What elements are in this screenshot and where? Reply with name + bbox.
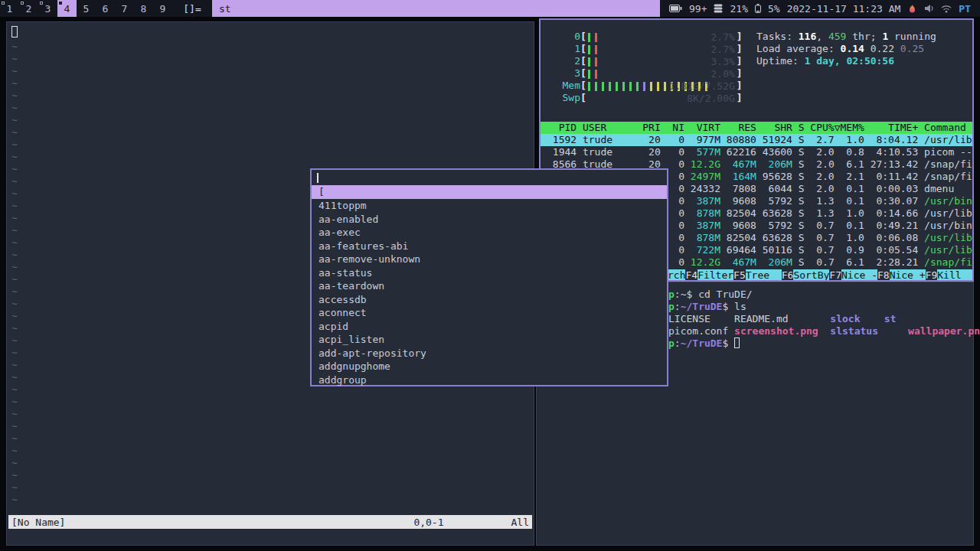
htop-fnbar: rchF4FilterF5Tree F6SortByF7Nice -F8Nice… (668, 269, 974, 281)
vim-cursor (11, 26, 18, 37)
tag-client-indicator (40, 2, 43, 5)
battery2-value: 5% (768, 3, 780, 15)
workspace-tag-4[interactable]: 4 (57, 0, 77, 17)
status-modules: 99+ 21% 5% 2022-11-17 11:23 AM PT (660, 0, 980, 17)
keyboard-layout[interactable]: PT (959, 3, 971, 15)
htop-fnkey[interactable]: F7 (829, 269, 841, 281)
workspace-tag-3[interactable]: 3 (38, 0, 57, 17)
htop-fnkey[interactable]: Nice - (841, 269, 877, 281)
disk-icon (714, 4, 723, 13)
workspace-tag-6[interactable]: 6 (96, 0, 115, 17)
dmenu-selected-item[interactable]: [ (312, 185, 667, 199)
vim-scroll-indicator: All (511, 517, 529, 528)
vim-statusline: [No Name] 0,0-1 All (8, 515, 532, 529)
dmenu-item[interactable]: aa-features-abi (312, 240, 667, 253)
vim-filename: [No Name] (11, 517, 65, 528)
htop-fnkey[interactable]: F6 (782, 269, 794, 281)
dmenu-item[interactable]: aconnect (312, 306, 667, 320)
terminal-output: p:~$ cd TruDE/p:~/TruDE$ lsLICENSE READM… (668, 289, 980, 350)
workspace-tag-8[interactable]: 8 (134, 0, 153, 17)
htop-summary: Tasks: 116, 459 thr; 1 runningLoad avera… (756, 31, 936, 67)
dmenu-item[interactable]: aa-teardown (312, 279, 667, 293)
datetime: 2022-11-17 11:23 AM (787, 3, 901, 15)
htop-fnkey[interactable]: Kill (937, 269, 973, 281)
htop-fnkey[interactable]: Nice + (890, 269, 926, 281)
htop-table-header[interactable]: PID USER PRI NI VIRT RES SHR S CPU%▽MEM%… (541, 122, 972, 134)
vim-cursor-position: 0,0-1 (413, 517, 443, 528)
dmenu-launcher[interactable]: [ 411toppmaa-enabledaa-execaa-features-a… (310, 168, 668, 386)
dmenu-input[interactable] (312, 170, 667, 185)
window-title-text: st (219, 3, 231, 15)
workspace-tag-5[interactable]: 5 (77, 0, 96, 17)
disk-value: 21% (730, 3, 747, 15)
dmenu-item[interactable]: aa-status (312, 266, 667, 280)
dmenu-item[interactable]: acpi_listen (312, 333, 667, 347)
focused-window-title: st (212, 0, 660, 17)
dmenu-item[interactable]: aa-exec (312, 226, 667, 240)
htop-fnkey[interactable]: Filter (697, 269, 733, 281)
workspace-tag-2[interactable]: 2 (19, 0, 38, 17)
dmenu-item[interactable]: aa-remove-unknown (312, 253, 667, 266)
tag-client-indicator (2, 2, 5, 5)
dmenu-item[interactable]: accessdb (312, 293, 667, 307)
wifi-tray-icon[interactable] (941, 5, 952, 13)
htop-fnkey[interactable]: F1 (973, 269, 974, 281)
battery-icon (669, 5, 682, 12)
dmenu-item[interactable]: 411toppm (312, 199, 667, 213)
process-row[interactable]: 1592 trude 20 0 977M 80880 51924 S 2.7 1… (541, 134, 972, 146)
htop-fnkey[interactable]: F5 (733, 269, 746, 281)
workspace-tag-7[interactable]: 7 (115, 0, 134, 17)
dmenu-items: 411toppmaa-enabledaa-execaa-features-abi… (312, 199, 667, 386)
desktop: 123456789 []= st 99+ 21% 5% 2022-11-17 1… (0, 0, 980, 551)
battery2-icon (755, 4, 761, 13)
status-bar: 123456789 []= st 99+ 21% 5% 2022-11-17 1… (0, 0, 980, 17)
text-cursor (317, 173, 318, 183)
dmenu-item[interactable]: add-apt-repository (312, 347, 667, 360)
battery-value: 99+ (689, 3, 707, 15)
htop-fnkey[interactable]: F4 (685, 269, 697, 281)
volume-tray-icon[interactable] (924, 4, 934, 13)
process-row[interactable]: 1944 trude 20 0 577M 62216 43600 S 2.0 0… (541, 146, 972, 158)
dmenu-item[interactable]: aa-enabled (312, 213, 667, 227)
flame-tray-icon[interactable] (907, 4, 917, 14)
workspace-tags: 123456789 (0, 0, 172, 17)
htop-fnkey[interactable]: Tree (746, 269, 782, 281)
dmenu-item[interactable]: addgnupghome (312, 360, 667, 373)
htop-fnkey[interactable]: rch (668, 269, 685, 281)
tag-client-indicator (59, 2, 62, 5)
htop-fnkey[interactable]: SortBy (793, 269, 829, 281)
vim-empty-lines: ~~~~~~~~~~~~~~~~~~~~~~~~~~~~~~~~~~~~~~ (11, 41, 18, 506)
dmenu-item[interactable]: addgroup (312, 373, 667, 387)
htop-fnkey[interactable]: F9 (926, 269, 938, 281)
dmenu-item[interactable]: acpid (312, 320, 667, 334)
layout-indicator[interactable]: []= (172, 0, 212, 17)
tag-client-indicator (21, 2, 24, 5)
workspace-tag-1[interactable]: 1 (0, 0, 19, 17)
htop-meters: 0[2.7%]1[2.7%]2[3.3%]3[2.0%]Mem[1.81G/7.… (547, 31, 743, 104)
workspace-tag-9[interactable]: 9 (153, 0, 172, 17)
htop-fnkey[interactable]: F8 (877, 269, 890, 281)
